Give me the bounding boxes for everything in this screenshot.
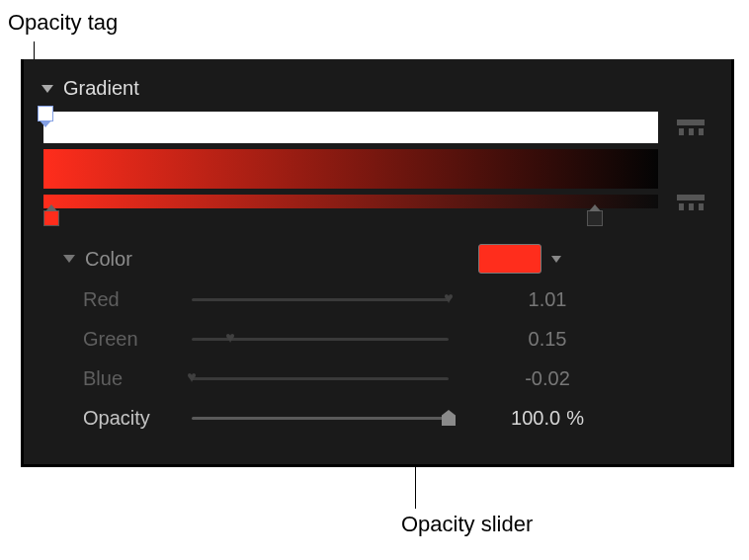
heart-icon: ♥ bbox=[444, 289, 454, 307]
blue-label: Blue bbox=[63, 367, 192, 390]
opacity-row: Opacity 100.0% bbox=[63, 398, 711, 438]
opacity-gradient-strip[interactable] bbox=[43, 112, 658, 143]
blue-slider[interactable]: ♥ bbox=[192, 366, 449, 390]
blue-row: Blue ♥ -0.02 bbox=[63, 359, 711, 398]
color-gradient-strip[interactable] bbox=[43, 195, 658, 208]
red-slider[interactable]: ♥ bbox=[192, 287, 449, 311]
color-swatch[interactable] bbox=[478, 244, 541, 274]
opacity-value[interactable]: 100.0% bbox=[488, 407, 607, 430]
color-tag[interactable] bbox=[43, 210, 59, 226]
distribute-color-stops-button[interactable] bbox=[670, 195, 711, 210]
green-slider[interactable]: ♥ bbox=[192, 327, 449, 351]
color-section: Color Red ♥ 1.01 Green ♥ 0.15 Blue bbox=[24, 230, 731, 438]
heart-icon: ♥ bbox=[187, 368, 197, 386]
gradient-preview-strip bbox=[43, 149, 658, 189]
green-value[interactable]: 0.15 bbox=[488, 328, 607, 351]
callout-opacity-slider: Opacity slider bbox=[401, 512, 533, 537]
disclosure-triangle-icon bbox=[63, 255, 75, 263]
color-section-header[interactable]: Color bbox=[63, 238, 711, 280]
disclosure-triangle-icon bbox=[42, 85, 53, 93]
distribute-opacity-stops-button[interactable] bbox=[670, 120, 711, 135]
opacity-tag[interactable] bbox=[38, 106, 53, 121]
section-title: Gradient bbox=[63, 77, 139, 100]
opacity-slider[interactable] bbox=[192, 406, 449, 430]
opacity-label: Opacity bbox=[63, 407, 192, 430]
green-row: Green ♥ 0.15 bbox=[63, 319, 711, 359]
slider-thumb[interactable] bbox=[442, 410, 456, 426]
gradient-editor bbox=[24, 112, 731, 230]
heart-icon: ♥ bbox=[225, 329, 235, 347]
blue-value[interactable]: -0.02 bbox=[488, 367, 607, 390]
color-tag[interactable] bbox=[587, 210, 603, 226]
chevron-down-icon[interactable] bbox=[551, 256, 561, 263]
callout-line bbox=[415, 464, 416, 509]
callout-opacity-tag: Opacity tag bbox=[8, 10, 118, 36]
color-tags-track bbox=[43, 210, 658, 230]
red-label: Red bbox=[63, 288, 192, 311]
green-label: Green bbox=[63, 328, 192, 351]
gradient-panel: Gradient bbox=[21, 59, 734, 467]
gradient-section-header[interactable]: Gradient bbox=[24, 59, 731, 112]
red-row: Red ♥ 1.01 bbox=[63, 280, 711, 319]
color-section-title: Color bbox=[85, 248, 132, 271]
red-value[interactable]: 1.01 bbox=[488, 288, 607, 311]
